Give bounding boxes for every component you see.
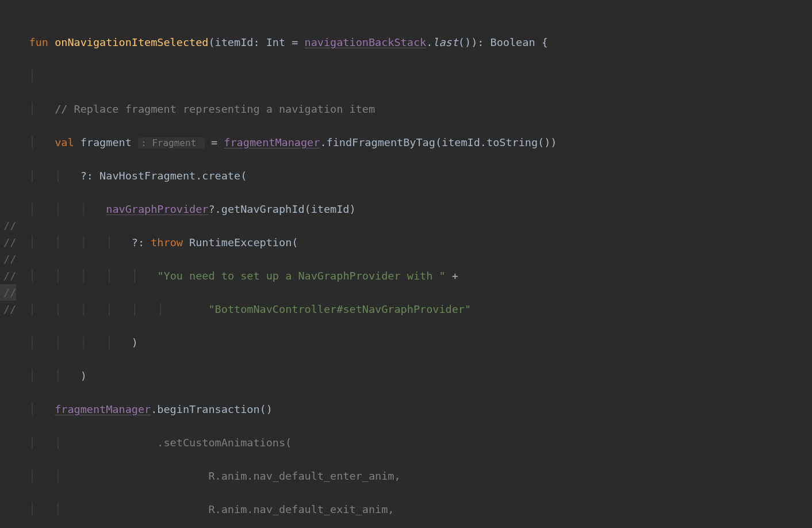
code-line[interactable]: │ │ │ │ ) xyxy=(0,334,812,351)
code-text: .findFragmentByTag(itemId.toString()) xyxy=(320,136,557,148)
param: itemId xyxy=(215,36,254,48)
field-ref: fragmentManager xyxy=(224,136,320,148)
gutter: // // // // // // xyxy=(0,0,16,317)
method-call: last xyxy=(432,36,458,48)
gutter-comment-marker: // xyxy=(0,217,16,234)
string-literal: "You need to set up a NavGraphProvider w… xyxy=(157,270,445,282)
punct: + xyxy=(452,270,458,282)
punct: ( xyxy=(208,36,215,48)
gutter-comment-marker: // xyxy=(0,267,16,284)
paren: ) xyxy=(132,336,138,349)
gutter-comment-marker: // xyxy=(0,284,16,301)
return-type: Boolean xyxy=(491,36,535,48)
code-editor[interactable]: fun onNavigationItemSelected(itemId: Int… xyxy=(0,0,812,528)
keyword-throw: throw xyxy=(151,236,183,248)
paren: ) xyxy=(81,370,87,382)
code-line[interactable]: │ │ │ navGraphProvider?.getNavGraphId(it… xyxy=(0,201,812,217)
code-line-commented[interactable]: │ │ .setCustomAnimations( xyxy=(0,434,812,451)
code-line[interactable]: │ │ │ │ │ │ "BottomNavController#setNavG… xyxy=(0,301,812,317)
commented-code: R.anim.nav_default_enter_anim, xyxy=(81,470,401,482)
code-line[interactable]: │ │ ?: NavHostFragment.create( xyxy=(0,167,812,184)
punct: : xyxy=(253,36,259,48)
code-line[interactable]: │ // Replace fragment representing a nav… xyxy=(0,101,812,117)
punct: . xyxy=(426,36,432,48)
code-line-commented[interactable]: │ │ R.anim.nav_default_enter_anim, xyxy=(0,468,812,484)
punct: ()) xyxy=(458,36,477,48)
gutter-comment-marker: // xyxy=(0,234,16,251)
field-ref: fragmentManager xyxy=(55,403,151,415)
gutter-comment-marker: // xyxy=(0,251,16,267)
code-text: ?.getNavGraphId(itemId) xyxy=(208,203,355,215)
field-ref: navigationBackStack xyxy=(305,36,427,48)
brace: { xyxy=(542,36,548,48)
code-text: RuntimeException( xyxy=(189,236,298,248)
function-name: onNavigationItemSelected xyxy=(55,36,208,48)
punct: : xyxy=(477,36,484,48)
keyword-fun: fun xyxy=(29,36,48,48)
punct: = xyxy=(292,36,298,48)
type-hint: : Fragment xyxy=(138,137,205,149)
variable: fragment xyxy=(81,136,132,148)
code-line[interactable]: │ │ │ │ ?: throw RuntimeException( xyxy=(0,234,812,251)
code-line[interactable]: fun onNavigationItemSelected(itemId: Int… xyxy=(0,34,812,51)
keyword-val: val xyxy=(55,136,74,148)
code-line[interactable]: │ xyxy=(0,67,812,84)
code-line-commented[interactable]: │ │ R.anim.nav_default_exit_anim, xyxy=(0,501,812,518)
string-literal: "BottomNavController#setNavGraphProvider… xyxy=(208,303,471,315)
code-line[interactable]: │ fragmentManager.beginTransaction() xyxy=(0,401,812,418)
field-ref: navGraphProvider xyxy=(106,203,208,215)
type: Int xyxy=(266,36,285,48)
code-text: NavHostFragment.create( xyxy=(99,170,247,182)
gutter-comment-marker: // xyxy=(0,301,16,317)
commented-code: .setCustomAnimations( xyxy=(81,437,292,449)
code-text: .beginTransaction() xyxy=(151,403,273,415)
code-line[interactable]: │ val fragment : Fragment = fragmentMana… xyxy=(0,134,812,151)
code-line[interactable]: │ │ │ │ │ "You need to set up a NavGraph… xyxy=(0,267,812,284)
commented-code: R.anim.nav_default_exit_anim, xyxy=(81,503,394,515)
elvis: ?: xyxy=(132,236,144,248)
punct: = xyxy=(211,136,217,148)
comment: // Replace fragment representing a navig… xyxy=(55,103,375,115)
code-line[interactable]: │ │ ) xyxy=(0,368,812,384)
elvis: ?: xyxy=(81,170,93,182)
